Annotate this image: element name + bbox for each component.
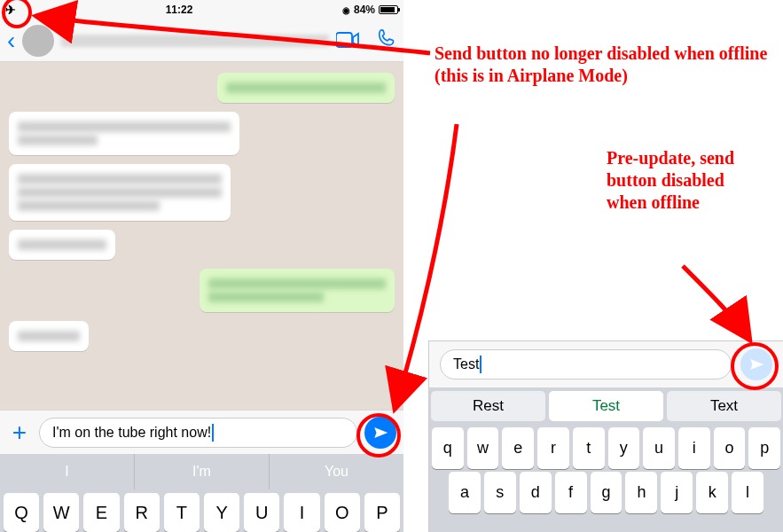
key[interactable]: p xyxy=(748,427,780,469)
message-in xyxy=(9,164,231,221)
key[interactable]: k xyxy=(696,472,728,513)
key[interactable]: R xyxy=(124,493,160,532)
key[interactable]: r xyxy=(537,427,569,469)
key[interactable]: u xyxy=(643,427,675,469)
battery-icon xyxy=(379,5,398,14)
key[interactable]: g xyxy=(591,472,622,513)
key[interactable]: j xyxy=(661,472,693,513)
annotation-text-main: Send button no longer disabled when offl… xyxy=(435,43,771,87)
key[interactable]: t xyxy=(573,427,605,469)
status-bar: ✈ 11:22 ◉ 84% xyxy=(0,0,403,20)
key[interactable]: w xyxy=(467,427,499,469)
key[interactable]: f xyxy=(555,472,587,513)
airplane-mode-icon: ✈ xyxy=(5,3,16,17)
message-text-input[interactable]: I'm on the tube right now! xyxy=(39,418,357,448)
key[interactable]: Q xyxy=(4,493,39,532)
contact-avatar[interactable] xyxy=(22,25,54,57)
send-button-enabled[interactable] xyxy=(364,417,396,449)
key[interactable]: a xyxy=(449,472,481,513)
message-input-value: Test xyxy=(453,356,479,372)
keyboard-row: q w e r t y u i o p xyxy=(429,425,783,469)
message-text-input[interactable]: Test xyxy=(440,349,732,379)
message-in xyxy=(9,230,115,260)
key[interactable]: h xyxy=(625,472,657,513)
message-in xyxy=(9,321,89,351)
keyboard-row: Q W E R T Y U I O P xyxy=(0,489,403,532)
key[interactable]: E xyxy=(83,493,119,532)
suggestion[interactable]: Text xyxy=(667,391,781,421)
battery-percent: 84% xyxy=(354,4,375,16)
status-time: 11:22 xyxy=(166,4,193,16)
message-in xyxy=(9,112,239,155)
video-call-icon[interactable] xyxy=(336,28,359,53)
key[interactable]: I xyxy=(284,493,319,532)
keyboard-row: a s d f g h j k l xyxy=(429,469,783,513)
key[interactable]: U xyxy=(244,493,279,532)
key[interactable]: e xyxy=(502,427,534,469)
voice-call-icon[interactable] xyxy=(377,28,396,53)
suggestion[interactable]: Rest xyxy=(431,391,545,421)
key[interactable]: O xyxy=(325,493,360,532)
key[interactable]: s xyxy=(484,472,516,513)
svg-rect-0 xyxy=(336,33,352,47)
key[interactable]: i xyxy=(678,427,710,469)
chat-messages-area xyxy=(0,62,403,410)
key[interactable]: Y xyxy=(204,493,239,532)
key[interactable]: P xyxy=(364,493,400,532)
key[interactable]: l xyxy=(732,472,763,513)
key[interactable]: q xyxy=(432,427,464,469)
message-out xyxy=(200,269,395,312)
key[interactable]: y xyxy=(608,427,640,469)
back-button[interactable]: ‹ xyxy=(7,27,15,55)
keyboard-suggestions: I I'm You xyxy=(0,454,403,489)
message-input-bar: + I'm on the tube right now! xyxy=(0,410,403,454)
key[interactable]: o xyxy=(714,427,746,469)
key[interactable]: T xyxy=(164,493,200,532)
keyboard-suggestions: Rest Test Text xyxy=(429,387,783,425)
text-caret xyxy=(480,356,482,373)
message-input-bar: Test xyxy=(429,341,783,387)
suggestion[interactable]: Test xyxy=(549,391,663,421)
annotation-text-side: Pre-update, send button disabled when of… xyxy=(607,147,766,214)
message-input-value: I'm on the tube right now! xyxy=(52,425,211,441)
send-button-disabled xyxy=(740,348,772,380)
suggestion[interactable]: You xyxy=(270,454,403,489)
key[interactable]: W xyxy=(43,493,79,532)
message-out xyxy=(217,73,395,103)
suggestion[interactable]: I'm xyxy=(135,454,270,489)
phone-screenshot-right: Test Rest Test Text q w e r t y u i o p … xyxy=(428,340,783,532)
chat-nav-bar: ‹ xyxy=(0,20,403,62)
key[interactable]: d xyxy=(520,472,552,513)
text-caret xyxy=(212,424,214,442)
add-attachment-button[interactable]: + xyxy=(7,419,32,447)
phone-screenshot-left: ✈ 11:22 ◉ 84% ‹ xyxy=(0,0,403,532)
suggestion[interactable]: I xyxy=(0,454,135,489)
contact-name-blurred xyxy=(61,35,329,47)
